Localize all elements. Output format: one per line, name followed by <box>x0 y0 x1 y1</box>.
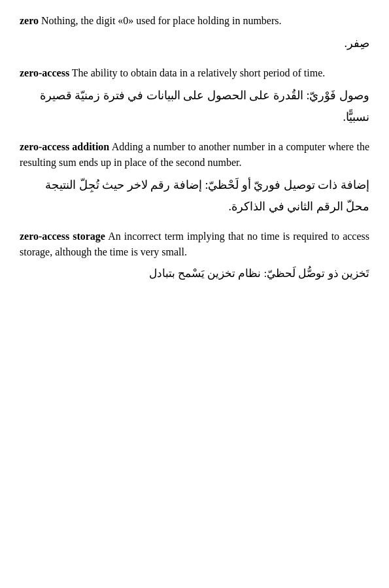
entry-zero-access-addition: zero-access addition Adding a number to … <box>20 139 369 217</box>
entry-zero: zero Nothing, the digit «0» used for pla… <box>20 13 369 54</box>
entry-zero-access: zero-access The ability to obtain data i… <box>20 65 369 127</box>
arabic-zero-access: وصول فَوْريّ: القُدرة على الحصول على الب… <box>20 85 369 127</box>
entry-zero-access-addition-text: zero-access addition Adding a number to … <box>20 139 369 171</box>
entry-zero-access-storage: zero-access storage An incorrect term im… <box>20 229 369 284</box>
arabic-zero: صِفر. <box>20 33 369 54</box>
arabic-zero-access-storage: تَخزين ذو توصُّل لَحظيّ: نظام تخزين يَسْ… <box>20 264 369 284</box>
term-zero-access-storage: zero-access storage <box>20 231 105 242</box>
definition-zero-access: The ability to obtain data in a relative… <box>72 67 325 78</box>
term-zero: zero <box>20 15 39 26</box>
entry-zero-access-storage-text: zero-access storage An incorrect term im… <box>20 229 369 260</box>
entry-zero-access-text: zero-access The ability to obtain data i… <box>20 65 369 81</box>
entry-zero-text: zero Nothing, the digit «0» used for pla… <box>20 13 369 29</box>
term-zero-access: zero-access <box>20 67 69 78</box>
definition-zero: Nothing, the digit «0» used for place ho… <box>41 15 282 26</box>
arabic-zero-access-addition: إضافة ذات توصيل فوريّ أو لَحْظيّ: إضافة … <box>20 174 369 217</box>
term-zero-access-addition: zero-access addition <box>20 141 109 152</box>
